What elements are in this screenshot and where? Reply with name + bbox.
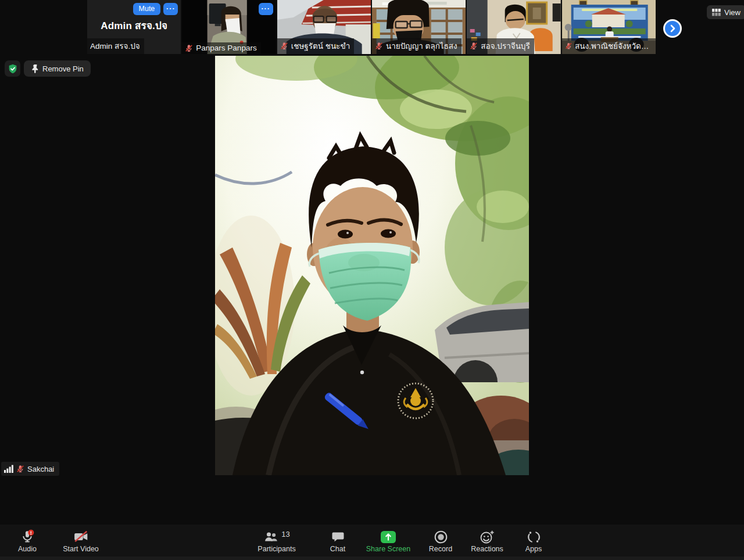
- video-camera-off-icon: [73, 529, 89, 544]
- record-label: Record: [429, 545, 452, 553]
- participants-label: Participants: [257, 545, 295, 553]
- mic-muted-icon: [470, 42, 478, 50]
- chat-label: Chat: [330, 545, 345, 553]
- reactions-icon: [480, 530, 495, 544]
- chat-icon: [331, 530, 345, 544]
- video-thumbnail-sorachor[interactable]: สอจ.ปราจีนบุรี: [467, 0, 560, 54]
- reactions-label: Reactions: [471, 545, 503, 553]
- mute-button[interactable]: Mute: [133, 3, 161, 15]
- participant-name-label: Panpars Panpars: [182, 42, 260, 54]
- mic-muted-icon: [16, 465, 24, 473]
- video-thumbnail-panya[interactable]: นายปัญญา ตลุกไธสง: [372, 0, 466, 54]
- view-button-label: View: [724, 8, 741, 17]
- participant-filmstrip: Admin สรจ.ปจ Mute ··· Admin สรจ.ปจ: [87, 0, 656, 54]
- remove-pin-label: Remove Pin: [42, 64, 84, 73]
- view-button[interactable]: View: [707, 5, 744, 19]
- participants-icon: [263, 530, 279, 544]
- more-options-button[interactable]: ···: [259, 3, 273, 15]
- security-shield-badge[interactable]: [5, 60, 20, 77]
- mic-muted-icon: [280, 42, 288, 50]
- participant-name-label: นายปัญญา ตลุกไธสง: [372, 38, 462, 54]
- remove-pin-button[interactable]: Remove Pin: [24, 60, 91, 77]
- share-screen-icon: [380, 530, 396, 544]
- start-video-button[interactable]: Start Video: [57, 528, 105, 555]
- next-participants-button[interactable]: [663, 19, 682, 38]
- mic-muted-icon: [565, 42, 572, 50]
- pinned-participant-name: Sakchai: [27, 465, 54, 473]
- participant-name-label: สนง.พาณิชย์จังหวัดปรา...: [562, 38, 656, 54]
- apps-label: Apps: [525, 545, 542, 553]
- gallery-view-icon: [712, 9, 721, 16]
- video-thumbnail-commerce-office[interactable]: สนง.พาณิชย์จังหวัดปรา...: [562, 0, 656, 54]
- participant-name-label: สอจ.ปราจีนบุรี: [467, 38, 534, 54]
- mic-muted-icon: [185, 44, 193, 52]
- participants-button[interactable]: 13 Participants: [251, 528, 303, 555]
- chevron-right-icon: [668, 24, 677, 33]
- record-button[interactable]: Record: [424, 528, 457, 555]
- audio-button[interactable]: Audio: [10, 528, 44, 555]
- security-shield-icon: [8, 63, 18, 74]
- microphone-icon: [20, 529, 35, 544]
- apps-icon: [527, 530, 541, 544]
- network-signal-icon: [4, 465, 13, 473]
- start-video-label: Start Video: [63, 545, 99, 553]
- share-screen-button[interactable]: Share Screen: [360, 528, 416, 555]
- pinned-name-tag: Sakchai: [1, 462, 59, 476]
- participant-name-label: เชษฐรัตน์ ชนะขำ: [277, 38, 355, 54]
- meeting-toolbar: Audio Start Video: [0, 525, 744, 557]
- video-thumbnail-chetsatharat[interactable]: เชษฐรัตน์ ชนะขำ: [277, 0, 371, 54]
- window-bottom-edge: [0, 557, 744, 560]
- participants-count: 13: [281, 530, 289, 539]
- mic-muted-icon: [375, 42, 383, 50]
- pin-icon: [31, 64, 39, 73]
- audio-label: Audio: [18, 545, 37, 553]
- pinned-main-video[interactable]: [215, 56, 529, 475]
- reactions-button[interactable]: Reactions: [467, 528, 507, 555]
- chat-button[interactable]: Chat: [321, 528, 355, 555]
- pinned-video-frame: [215, 56, 529, 475]
- more-options-button[interactable]: ···: [163, 3, 178, 15]
- apps-button[interactable]: Apps: [517, 528, 550, 555]
- video-thumbnail-admin[interactable]: Admin สรจ.ปจ Mute ··· Admin สรจ.ปจ: [87, 0, 181, 54]
- participant-name-label: Admin สรจ.ปจ: [87, 38, 144, 54]
- zoom-meeting-window: Admin สรจ.ปจ Mute ··· Admin สรจ.ปจ: [0, 0, 744, 560]
- video-thumbnail-panpars[interactable]: ··· Panpars Panpars: [182, 0, 276, 54]
- record-icon: [434, 530, 448, 544]
- share-screen-label: Share Screen: [366, 545, 410, 553]
